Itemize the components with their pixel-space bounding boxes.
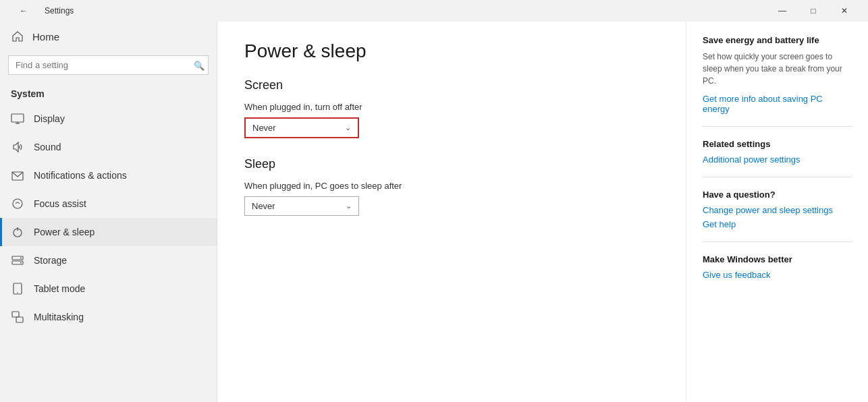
multitasking-label: Multitasking: [34, 312, 84, 322]
search-container: 🔍: [8, 55, 209, 75]
sleep-setting-label: When plugged in, PC goes to sleep after: [244, 181, 659, 191]
screen-dropdown-value: Never: [252, 123, 276, 133]
svg-point-10: [20, 262, 22, 264]
feedback-block: Make Windows better Give us feedback: [703, 254, 852, 280]
sidebar-item-notifications[interactable]: Notifications & actions: [0, 161, 217, 190]
save-energy-title: Save energy and battery life: [703, 35, 852, 45]
question-title: Have a question?: [703, 190, 852, 200]
main-panel: Power & sleep Screen When plugged in, tu…: [217, 22, 686, 402]
feedback-title: Make Windows better: [703, 254, 852, 264]
question-block: Have a question? Change power and sleep …: [703, 190, 852, 229]
sleep-dropdown[interactable]: Never ⌄: [244, 196, 359, 216]
sidebar-item-tablet[interactable]: Tablet mode: [0, 275, 217, 303]
save-energy-link[interactable]: Get more info about saving PC energy: [703, 94, 852, 114]
maximize-button[interactable]: □: [798, 0, 829, 22]
main-content: Home 🔍 System Display: [0, 22, 868, 402]
sidebar-item-multitasking[interactable]: Multitasking: [0, 303, 217, 331]
tablet-label: Tablet mode: [34, 283, 85, 294]
related-settings-title: Related settings: [703, 139, 852, 149]
titlebar-controls: — □ ✕: [767, 0, 860, 22]
titlebar-left: ← Settings: [8, 0, 74, 22]
get-help-link[interactable]: Get help: [703, 219, 852, 229]
sleep-dropdown-chevron-icon: ⌄: [346, 202, 352, 210]
sleep-section-title: Sleep: [244, 157, 659, 171]
save-energy-block: Save energy and battery life Set how qui…: [703, 35, 852, 114]
notifications-label: Notifications & actions: [34, 170, 127, 181]
minimize-button[interactable]: —: [767, 0, 798, 22]
storage-label: Storage: [34, 255, 67, 266]
sidebar-item-sound[interactable]: Sound: [0, 133, 217, 161]
system-label: System: [0, 83, 217, 105]
sidebar-item-storage[interactable]: Storage: [0, 246, 217, 275]
sidebar-item-focus[interactable]: Focus assist: [0, 190, 217, 218]
display-icon: [11, 112, 24, 125]
change-power-link[interactable]: Change power and sleep settings: [703, 205, 852, 215]
home-label: Home: [32, 31, 59, 42]
focus-icon: [11, 197, 24, 210]
svg-point-9: [20, 258, 22, 259]
right-panel: Save energy and battery life Set how qui…: [686, 22, 868, 402]
svg-rect-14: [16, 317, 23, 322]
screen-setting-label: When plugged in, turn off after: [244, 102, 659, 112]
save-energy-desc: Set how quickly your screen goes to slee…: [703, 51, 852, 87]
feedback-link[interactable]: Give us feedback: [703, 270, 852, 280]
svg-point-4: [13, 199, 22, 208]
titlebar: ← Settings — □ ✕: [0, 0, 868, 22]
sleep-section: Sleep When plugged in, PC goes to sleep …: [244, 157, 659, 216]
svg-point-12: [17, 292, 18, 293]
power-icon: [11, 225, 24, 239]
sound-label: Sound: [34, 142, 61, 152]
tablet-icon: [11, 282, 24, 295]
storage-icon: [11, 254, 24, 267]
home-icon: [11, 30, 24, 43]
divider-3: [703, 241, 852, 242]
page-title: Power & sleep: [244, 40, 659, 62]
back-button[interactable]: ←: [8, 0, 39, 22]
divider-2: [703, 177, 852, 177]
focus-label: Focus assist: [34, 198, 86, 209]
screen-section: Screen When plugged in, turn off after N…: [244, 78, 659, 138]
related-settings-block: Related settings Additional power settin…: [703, 139, 852, 165]
screen-section-title: Screen: [244, 78, 659, 92]
svg-rect-0: [11, 114, 24, 122]
screen-dropdown[interactable]: Never ⌄: [244, 117, 359, 138]
additional-power-link[interactable]: Additional power settings: [703, 154, 852, 165]
multitasking-icon: [11, 310, 24, 324]
screen-dropdown-chevron-icon: ⌄: [345, 123, 351, 132]
display-label: Display: [34, 113, 65, 124]
sidebar-item-power[interactable]: Power & sleep: [0, 218, 217, 246]
sidebar-item-display[interactable]: Display: [0, 105, 217, 133]
svg-rect-13: [12, 312, 19, 317]
close-button[interactable]: ✕: [829, 0, 860, 22]
sound-icon: [11, 140, 24, 154]
app-title: Settings: [45, 6, 74, 16]
home-nav-item[interactable]: Home: [0, 22, 217, 51]
sleep-dropdown-value: Never: [252, 201, 275, 211]
search-button[interactable]: 🔍: [194, 60, 205, 70]
divider-1: [703, 126, 852, 127]
notifications-icon: [11, 169, 24, 182]
power-label: Power & sleep: [34, 227, 94, 237]
search-input[interactable]: [8, 55, 209, 75]
sidebar: Home 🔍 System Display: [0, 22, 217, 402]
